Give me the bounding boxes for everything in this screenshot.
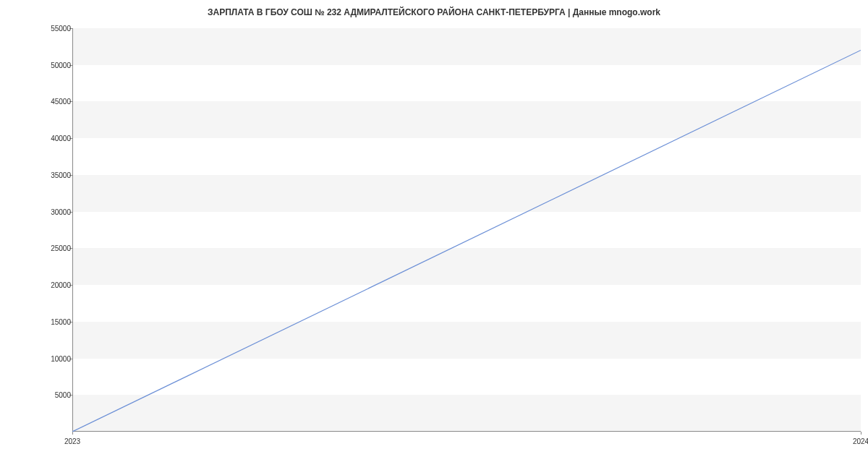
grid-band [72, 175, 861, 212]
chart-title: ЗАРПЛАТА В ГБОУ СОШ № 232 АДМИРАЛТЕЙСКОГ… [0, 7, 868, 17]
y-tick-label: 5000 [55, 391, 71, 399]
x-tick-label: 2024 [853, 437, 868, 445]
grid-band [72, 248, 861, 285]
y-axis-line [72, 28, 73, 432]
data-line [72, 28, 861, 432]
y-tick-label: 35000 [51, 171, 71, 179]
y-tick-label: 15000 [51, 317, 71, 325]
x-tick-mark [72, 432, 73, 435]
plot-area [72, 28, 861, 432]
y-tick-label: 55000 [51, 25, 71, 33]
y-tick-label: 20000 [51, 281, 71, 289]
y-tick-label: 45000 [51, 98, 71, 106]
x-axis-line [72, 431, 861, 432]
y-tick-label: 50000 [51, 61, 71, 69]
chart-container: ЗАРПЛАТА В ГБОУ СОШ № 232 АДМИРАЛТЕЙСКОГ… [0, 0, 868, 470]
y-tick-label: 30000 [51, 208, 71, 215]
y-tick-label: 10000 [51, 354, 71, 362]
grid-band [72, 101, 861, 138]
grid-band [72, 395, 861, 432]
grid-band [72, 28, 861, 65]
x-tick-mark [861, 432, 861, 435]
grid-band [72, 322, 861, 359]
y-tick-label: 40000 [51, 134, 71, 142]
y-tick-label: 25000 [51, 244, 71, 252]
x-tick-label: 2023 [64, 437, 80, 445]
